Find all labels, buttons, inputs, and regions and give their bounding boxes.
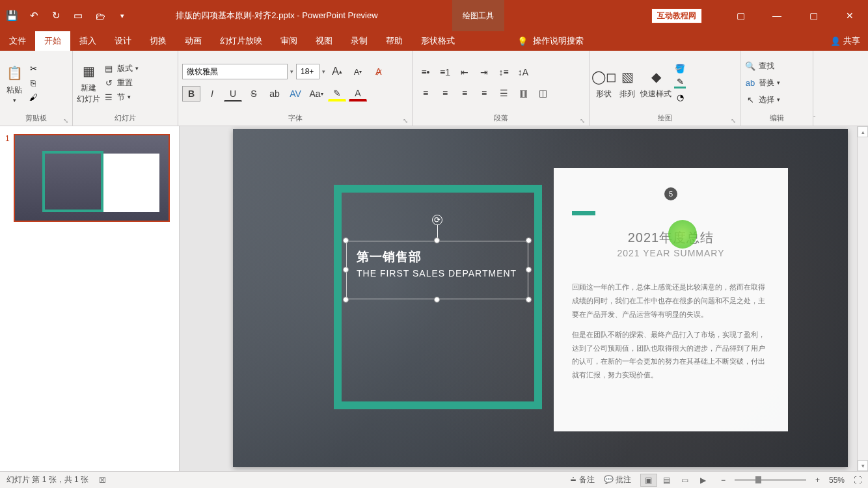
maximize-icon[interactable]: ▢ [795, 0, 832, 31]
comments-button[interactable]: 💬 批注 [604, 474, 631, 485]
quickstyle-button[interactable]: ◆快速样式 [640, 66, 671, 100]
align-left-icon[interactable]: ≡ [416, 85, 435, 101]
distribute-icon[interactable]: ☰ [495, 85, 513, 101]
dialog-launcher-icon[interactable]: ⤡ [580, 117, 585, 124]
tab-file[interactable]: 文件 [0, 31, 35, 51]
tab-help[interactable]: 帮助 [377, 31, 412, 51]
open-icon[interactable]: 🗁 [94, 9, 107, 22]
shape-fill-icon[interactable]: 🪣 [674, 62, 686, 74]
tab-format[interactable]: 形状格式 [412, 31, 464, 51]
align-right-icon[interactable]: ≡ [455, 85, 474, 101]
tab-view[interactable]: 视图 [306, 31, 342, 51]
teal-rectangle-shape[interactable] [334, 185, 542, 409]
save-icon[interactable]: 💾 [5, 9, 18, 22]
shadow-button[interactable]: ab [265, 86, 284, 102]
tab-transition[interactable]: 切换 [141, 31, 176, 51]
numbering-icon[interactable]: ≡1 [436, 64, 454, 80]
zoom-out-icon[interactable]: − [721, 476, 726, 485]
tutorial-badge[interactable]: 互动教程网 [651, 8, 702, 23]
reset-button[interactable]: ↺重置 [103, 77, 139, 88]
scroll-down-icon[interactable]: ▾ [858, 460, 868, 471]
font-color-icon[interactable]: A [349, 86, 367, 102]
line-spacing-icon[interactable]: ↕≡ [495, 64, 513, 80]
cut-icon[interactable]: ✂ [27, 62, 39, 74]
paste-button[interactable]: 📋 粘贴 ▾ [4, 62, 25, 103]
chevron-down-icon[interactable]: ▾ [290, 68, 293, 75]
share-button[interactable]: 👤 共享 [830, 35, 860, 51]
align-center-icon[interactable]: ≡ [436, 85, 454, 101]
slideshow-view-icon[interactable]: ▶ [695, 474, 712, 487]
columns-icon[interactable]: ▥ [514, 85, 532, 101]
slide-heading-cn[interactable]: 第一销售部 [357, 249, 422, 265]
grow-font-icon[interactable]: A▴ [328, 64, 346, 79]
decrease-indent-icon[interactable]: ⇤ [455, 64, 474, 80]
slide-thumbnail-1[interactable]: 1 [5, 134, 174, 222]
strike-button[interactable]: S [245, 86, 263, 102]
tab-insert[interactable]: 插入 [70, 31, 105, 51]
zoom-thumb[interactable] [755, 476, 761, 483]
qat-customize-icon[interactable]: ▾ [116, 9, 129, 22]
slide-counter[interactable]: 幻灯片 第 1 张，共 1 张 [7, 474, 88, 485]
select-button[interactable]: ↖选择▾ [744, 94, 780, 105]
font-size-combo[interactable]: 18+ [296, 64, 319, 79]
clear-format-icon[interactable]: A̷ [370, 64, 388, 79]
find-button[interactable]: 🔍查找 [744, 60, 780, 72]
shapes-button[interactable]: ◯◻形状 [593, 66, 614, 100]
shape-effects-icon[interactable]: ◔ [674, 91, 686, 103]
tab-record[interactable]: 录制 [342, 31, 377, 51]
slide-canvas-area[interactable]: ⟳ 第一销售部 THE FIRST SALES DEPARTMENT 5 202… [180, 126, 868, 471]
tab-home[interactable]: 开始 [35, 31, 70, 51]
dialog-launcher-icon[interactable]: ⤡ [63, 117, 68, 124]
layout-button[interactable]: ▤版式▾ [103, 62, 139, 74]
bold-button[interactable]: B [182, 86, 200, 102]
change-case-icon[interactable]: Aa▾ [307, 86, 325, 102]
char-spacing-icon[interactable]: AV [286, 86, 305, 102]
summary-card[interactable]: 5 2021年度总结 2021 YEAR SUMMARY 回顾这一年的工作，总体… [554, 168, 788, 431]
normal-view-icon[interactable]: ▣ [640, 474, 657, 487]
undo-icon[interactable]: ↶ [27, 9, 40, 22]
arrange-button[interactable]: ▧排列 [617, 66, 638, 100]
dialog-launcher-icon[interactable]: ⤡ [731, 117, 736, 124]
new-slide-button[interactable]: ▦ 新建 幻灯片 [77, 61, 100, 105]
font-name-combo[interactable]: 微软雅黑 [182, 64, 288, 79]
tab-design[interactable]: 设计 [105, 31, 141, 51]
tab-animation[interactable]: 动画 [176, 31, 211, 51]
fit-to-window-icon[interactable]: ⛶ [854, 476, 861, 485]
scroll-up-icon[interactable]: ▴ [858, 126, 868, 137]
zoom-slider[interactable] [735, 479, 806, 481]
bullets-icon[interactable]: ≡• [416, 64, 435, 80]
accessibility-icon[interactable]: ☒ [99, 476, 106, 485]
tab-review[interactable]: 审阅 [271, 31, 306, 51]
sorter-view-icon[interactable]: ▤ [658, 474, 675, 487]
zoom-in-icon[interactable]: + [815, 476, 820, 485]
slide-heading-en[interactable]: THE FIRST SALES DEPARTMENT [357, 268, 517, 278]
tab-slideshow[interactable]: 幻灯片放映 [211, 31, 271, 51]
slideshow-start-icon[interactable]: ▭ [72, 9, 85, 22]
format-painter-icon[interactable]: 🖌 [27, 91, 39, 103]
text-direction-icon[interactable]: ↕A [514, 64, 532, 80]
collapse-ribbon-icon[interactable]: ˇ [813, 116, 815, 123]
smartart-icon[interactable]: ◫ [534, 85, 552, 101]
close-icon[interactable]: ✕ [832, 0, 868, 31]
section-button[interactable]: ☰节▾ [103, 91, 139, 103]
dialog-launcher-icon[interactable]: ⤡ [403, 117, 408, 124]
notes-button[interactable]: ≐ 备注 [570, 474, 594, 485]
copy-icon[interactable]: ⎘ [27, 77, 39, 88]
justify-icon[interactable]: ≡ [475, 85, 493, 101]
shape-outline-icon[interactable]: ✎ [674, 77, 686, 88]
replace-button[interactable]: ab替换▾ [744, 77, 780, 88]
highlight-icon[interactable]: ✎ [328, 86, 346, 102]
redo-icon[interactable]: ↻ [49, 9, 62, 22]
zoom-level[interactable]: 55% [829, 476, 845, 485]
ribbon-options-icon[interactable]: ▢ [722, 0, 759, 31]
slide[interactable]: ⟳ 第一销售部 THE FIRST SALES DEPARTMENT 5 202… [233, 129, 848, 467]
shrink-font-icon[interactable]: A▾ [349, 64, 367, 79]
italic-button[interactable]: I [203, 86, 221, 102]
increase-indent-icon[interactable]: ⇥ [475, 64, 493, 80]
tell-me[interactable]: 💡 操作说明搜索 [517, 35, 584, 51]
minimize-icon[interactable]: ― [759, 0, 795, 31]
reading-view-icon[interactable]: ▭ [677, 474, 694, 487]
underline-button[interactable]: U [224, 86, 242, 102]
vertical-scrollbar[interactable]: ▴ ▾ [857, 126, 868, 471]
chevron-down-icon[interactable]: ▾ [322, 68, 325, 75]
